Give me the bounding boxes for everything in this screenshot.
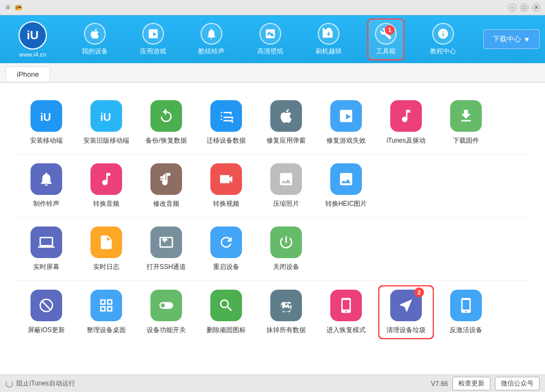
nav-item-my-device[interactable]: 我的设备 [75,20,114,59]
tool-recovery-mode[interactable]: 进入恢复模式 [316,283,376,341]
tool-ssh-tunnel[interactable]: 打开SSH通道 [136,220,196,278]
tool-delete-stubborn-icons[interactable]: 删除顽固图标 [196,283,256,341]
tool-label-itunes-driver: iTunes及驱动 [386,136,426,145]
tool-icon-convert-heic [330,163,362,195]
tool-device-toggle[interactable]: 设备功能开关 [136,283,196,341]
title-bar: 🖥 📻 － □ ✕ [0,0,545,15]
tool-edit-audio[interactable]: 修改音频 [136,157,196,215]
version-text: V7.66 [431,380,448,388]
tool-migrate-data[interactable]: 迁移设备数据 [196,94,256,152]
tool-realtime-log[interactable]: 实时日志 [76,220,136,278]
tool-label-convert-video: 转换视频 [213,199,239,209]
tab-bar: iPhone [0,63,545,83]
tool-label-erase-all-data: 抹掉所有数据 [267,326,306,335]
tool-install-app[interactable]: iU 安装移动端 [16,94,76,152]
nav-label-wallpapers: 高清壁纸 [257,47,283,56]
tool-icon-reboot-device [210,226,242,258]
tool-icon-install-old-app: iU [90,100,122,132]
nav-item-toolbox[interactable]: 1 工具箱 [367,19,404,60]
nav-item-ringtones[interactable]: 酷炫铃声 [192,20,231,59]
tool-icon-device-toggle [150,290,182,321]
tool-convert-video[interactable]: 转换视频 [196,157,256,215]
nav-icon-flash [318,23,340,45]
tool-icon-itunes-driver [390,100,422,132]
tool-icon-convert-audio [90,163,122,195]
nav-label-tutorials: 教程中心 [430,47,456,56]
tool-label-clean-junk: 清理设备垃圾 [386,326,426,335]
tool-icon-block-ios-update [31,290,62,321]
nav-icon-wallpapers [259,23,281,45]
section-divider-3 [16,280,529,281]
nav-icon-tutorials [432,23,454,45]
tool-label-block-ios-update: 屏蔽iOS更新 [28,326,65,335]
tool-label-migrate-data: 迁移设备数据 [207,136,246,145]
minimize-button[interactable]: － [508,3,517,12]
tool-label-install-app: 安装移动端 [30,136,63,145]
tool-backup-restore[interactable]: 备份/恢复数据 [136,94,196,152]
tool-download-firmware[interactable]: 下载固件 [436,94,496,152]
tool-label-fix-popup: 修复应用弹窗 [267,136,306,145]
tool-icon-install-app: iU [31,100,62,132]
tool-shutdown-device[interactable]: 关闭设备 [256,220,316,278]
nav-icon-toolbox: 1 [375,23,397,45]
tool-icon-deactivate [450,290,482,321]
tool-clean-junk[interactable]: 2 清理设备垃圾 [376,283,436,341]
tool-icon-backup-restore [150,100,182,132]
tool-label-convert-audio: 转换音频 [93,199,119,209]
maximize-button[interactable]: □ [520,3,529,12]
tool-label-device-toggle: 设备功能开关 [147,326,186,335]
nav-label-flash: 刷机越狱 [316,47,342,56]
tools-section-1: iU 安装移动端 iU 安装旧版移动端 备份/恢复数据 迁移设备数据 [16,94,529,152]
tool-label-compress-photo: 压缩照片 [273,199,299,209]
tool-fix-popup[interactable]: 修复应用弹窗 [256,94,316,152]
tool-badge-clean-junk: 2 [414,287,424,297]
tool-label-realtime-log: 实时日志 [93,262,119,272]
tool-label-convert-heic: 转换HEIC图片 [325,199,367,209]
tool-label-deactivate: 反激活设备 [450,326,482,335]
tool-organize-desktop[interactable]: 整理设备桌面 [76,283,136,341]
tool-convert-audio[interactable]: 转换音频 [76,157,136,215]
tool-icon-make-ringtone [31,163,62,195]
tool-install-old-app[interactable]: iU 安装旧版移动端 [76,94,136,152]
tool-icon-convert-video [210,163,242,195]
nav-item-apps-games[interactable]: 应用游戏 [134,20,173,59]
tool-label-ssh-tunnel: 打开SSH通道 [147,262,186,272]
tool-icon-fix-game [330,100,362,132]
nav-item-flash[interactable]: 刷机越狱 [309,20,348,59]
tool-itunes-driver[interactable]: iTunes及驱动 [376,94,436,152]
check-update-button[interactable]: 检查更新 [452,377,491,390]
logo-icon: iU [19,21,47,50]
tool-fix-game[interactable]: 修复游戏失效 [316,94,376,152]
tool-make-ringtone[interactable]: 制作铃声 [16,157,76,215]
tool-icon-recovery-mode [330,290,362,321]
nav-bar: 我的设备 应用游戏 酷炫铃声 高清壁纸 刷机越狱 1 工具箱 [60,19,478,60]
close-button[interactable]: ✕ [532,3,541,12]
tool-reboot-device[interactable]: 重启设备 [196,220,256,278]
download-center-button[interactable]: 下载中心 ▼ [483,29,540,49]
tool-realtime-screen[interactable]: 实时屏幕 [16,220,76,278]
nav-item-tutorials[interactable]: 教程中心 [423,20,463,59]
logo: iU www.i4.cn [5,21,60,58]
tool-icon-clean-junk: 2 [390,290,422,321]
nav-item-wallpapers[interactable]: 高清壁纸 [251,20,290,59]
nav-label-ringtones: 酷炫铃声 [198,47,225,56]
tool-deactivate[interactable]: 反激活设备 [436,283,496,341]
tool-label-edit-audio: 修改音频 [153,199,179,209]
svg-text:iU: iU [40,111,51,123]
tool-icon-download-firmware [450,100,482,132]
tab-iphone[interactable]: iPhone [5,66,50,82]
tool-label-organize-desktop: 整理设备桌面 [87,326,126,335]
tool-label-delete-stubborn-icons: 删除顽固图标 [207,326,246,335]
tool-compress-photo[interactable]: 压缩照片 [256,157,316,215]
tool-label-shutdown-device: 关闭设备 [273,262,299,272]
tool-convert-heic[interactable]: 转换HEIC图片 [316,157,376,215]
tool-icon-erase-all-data [270,290,302,321]
logo-url: www.i4.cn [19,51,46,58]
tool-label-install-old-app: 安装旧版移动端 [83,136,129,145]
tool-icon-shutdown-device [270,226,302,258]
wechat-button[interactable]: 微信公众号 [495,377,540,390]
tool-erase-all-data[interactable]: 抹掉所有数据 [256,283,316,341]
tool-block-ios-update[interactable]: 屏蔽iOS更新 [16,283,76,341]
header: iU www.i4.cn 我的设备 应用游戏 酷炫铃声 高清壁纸 [0,15,545,63]
tools-section-4: 屏蔽iOS更新 整理设备桌面 设备功能开关 删除顽固图标 [16,283,529,341]
